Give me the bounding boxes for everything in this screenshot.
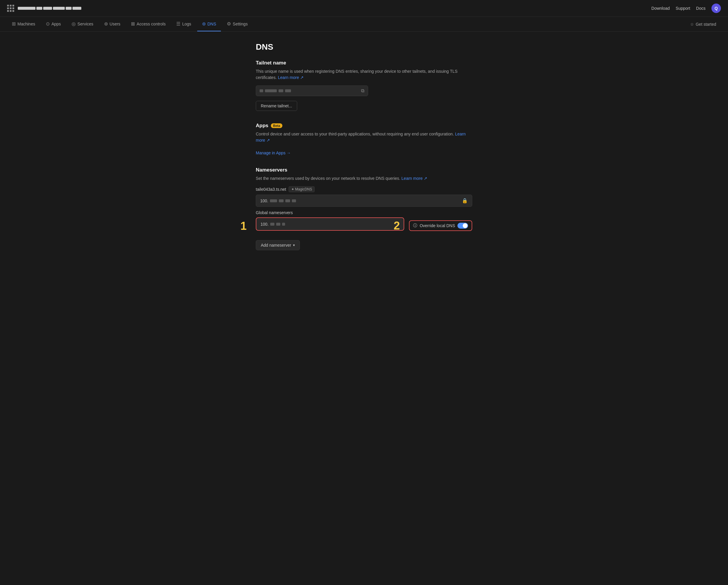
annotation-1: 1: [240, 220, 246, 232]
lock-icon: 🔒: [462, 198, 468, 203]
magicdns-badge: ✦ MagicDNS: [289, 186, 315, 192]
star-icon: ☆: [690, 22, 694, 27]
global-ns-blurred-2: [276, 223, 280, 226]
nav-item-apps[interactable]: ⊙ Apps: [41, 17, 66, 31]
apps-section-title: Apps: [256, 123, 268, 129]
nav-label-dns: DNS: [208, 22, 216, 26]
nav-label-apps: Apps: [51, 22, 61, 26]
rename-tailnet-button[interactable]: Rename tailnet...: [256, 101, 297, 111]
override-dns-container: ⓘ Override local DNS: [409, 220, 472, 231]
beta-badge: Beta: [271, 123, 283, 128]
topbar: Download Support Docs Q: [0, 0, 728, 17]
access-controls-icon: ⊠: [131, 21, 135, 27]
avatar[interactable]: Q: [711, 4, 721, 13]
users-icon: ⊛: [104, 21, 108, 27]
nameservers-learn-more[interactable]: Learn more ↗: [401, 176, 427, 181]
copy-icon[interactable]: ⧉: [361, 88, 364, 94]
logo: [18, 7, 81, 10]
add-nameserver-button[interactable]: Add nameserver ▾: [256, 240, 300, 250]
global-ns-input[interactable]: 100. ···: [256, 218, 404, 231]
blurred-3: [279, 89, 283, 92]
annotation-2: 2: [394, 220, 400, 231]
override-dns-toggle[interactable]: [458, 223, 468, 229]
ns-blurred-3: [285, 199, 290, 202]
nav-label-machines: Machines: [18, 22, 35, 26]
nameservers-desc-text: Set the nameservers used by devices on y…: [256, 176, 400, 181]
chevron-down-icon: ▾: [293, 243, 295, 247]
global-ns-label: Global nameservers: [256, 210, 293, 215]
grid-icon[interactable]: [7, 5, 14, 12]
ns-blurred-1: [270, 199, 277, 202]
ns-blurred-4: [292, 199, 296, 202]
navbar: ⊞ Machines ⊙ Apps ◎ Services ⊛ Users ⊠ A…: [0, 17, 728, 32]
nav-item-services[interactable]: ◎ Services: [67, 17, 98, 31]
blurred-4: [285, 89, 291, 92]
override-dns-right: 2 ⓘ Override local DNS: [409, 214, 472, 231]
nav-item-machines[interactable]: ⊞ Machines: [7, 17, 40, 31]
global-ns-header: Global nameservers: [256, 210, 404, 215]
tailnet-ns-value: 100.: [260, 199, 462, 203]
apps-icon: ⊙: [46, 21, 50, 27]
settings-icon: ⚙: [227, 21, 231, 27]
nav-label-access-controls: Access controls: [137, 22, 165, 26]
global-ns-ip: 100.: [261, 222, 268, 227]
topbar-right: Download Support Docs Q: [651, 4, 721, 13]
tailnet-ns-ip-prefix: 100.: [260, 199, 268, 203]
tailnet-ns-input: 100. 🔒: [256, 195, 472, 207]
apps-desc-text: Control device and user access to your t…: [256, 132, 454, 136]
nav-label-settings: Settings: [233, 22, 248, 26]
nav-item-dns[interactable]: ⊕ DNS: [197, 17, 221, 31]
topbar-left: [7, 5, 81, 12]
get-started-label: Get started: [696, 22, 716, 27]
blurred-1: [260, 89, 263, 92]
nav-item-users[interactable]: ⊛ Users: [99, 17, 125, 31]
nav-item-logs[interactable]: ☰ Logs: [172, 17, 196, 31]
nav-label-users: Users: [110, 22, 121, 26]
nameservers-title: Nameservers: [256, 167, 472, 173]
tailnet-name-section: Tailnet name This unique name is used wh…: [256, 60, 472, 111]
machines-icon: ⊞: [12, 21, 16, 27]
main-content: DNS Tailnet name This unique name is use…: [249, 32, 479, 273]
tailnet-name-learn-more[interactable]: Learn more ↗: [278, 75, 304, 80]
page-title: DNS: [256, 42, 472, 52]
global-ns-row-wrapper: Global nameservers 1 100. ···: [256, 210, 472, 234]
nav-item-settings[interactable]: ⚙ Settings: [222, 17, 253, 31]
manage-in-apps-link[interactable]: Manage in Apps →: [256, 151, 291, 155]
download-link[interactable]: Download: [651, 6, 670, 11]
info-icon: ⓘ: [413, 223, 417, 228]
support-link[interactable]: Support: [676, 6, 690, 11]
apps-section: Apps Beta Control device and user access…: [256, 123, 472, 155]
nav-label-services: Services: [77, 22, 94, 26]
global-ns-left: Global nameservers 1 100. ···: [256, 210, 404, 234]
get-started-link[interactable]: ☆ Get started: [685, 18, 721, 31]
tailnet-name-desc: This unique name is used when registerin…: [256, 68, 472, 81]
tailnet-ns-label: taile043a3.ts.net ✦ MagicDNS: [256, 186, 472, 192]
blurred-2: [265, 89, 277, 92]
nav-label-logs: Logs: [182, 22, 191, 26]
global-ns-blurred-1: [270, 223, 275, 226]
services-icon: ◎: [72, 21, 76, 27]
nameservers-section: Nameservers Set the nameservers used by …: [256, 167, 472, 250]
logs-icon: ☰: [176, 21, 180, 27]
apps-desc: Control device and user access to your t…: [256, 131, 472, 144]
override-dns-label: Override local DNS: [420, 223, 455, 228]
apps-title-row: Apps Beta: [256, 123, 472, 129]
tailnet-ns-domain: taile043a3.ts.net: [256, 187, 286, 192]
nameservers-desc: Set the nameservers used by devices on y…: [256, 175, 472, 182]
tailnet-name-title: Tailnet name: [256, 60, 472, 66]
ns-blurred-2: [279, 199, 284, 202]
docs-link[interactable]: Docs: [696, 6, 705, 11]
tailnet-name-input: ⧉: [256, 85, 368, 96]
global-ns-value: 100.: [261, 222, 394, 227]
add-nameserver-label: Add nameserver: [261, 243, 291, 248]
dns-icon: ⊕: [202, 21, 206, 27]
tailnet-name-value: [260, 89, 359, 92]
nav-item-access-controls[interactable]: ⊠ Access controls: [126, 17, 170, 31]
global-ns-blurred-3: [282, 223, 285, 226]
